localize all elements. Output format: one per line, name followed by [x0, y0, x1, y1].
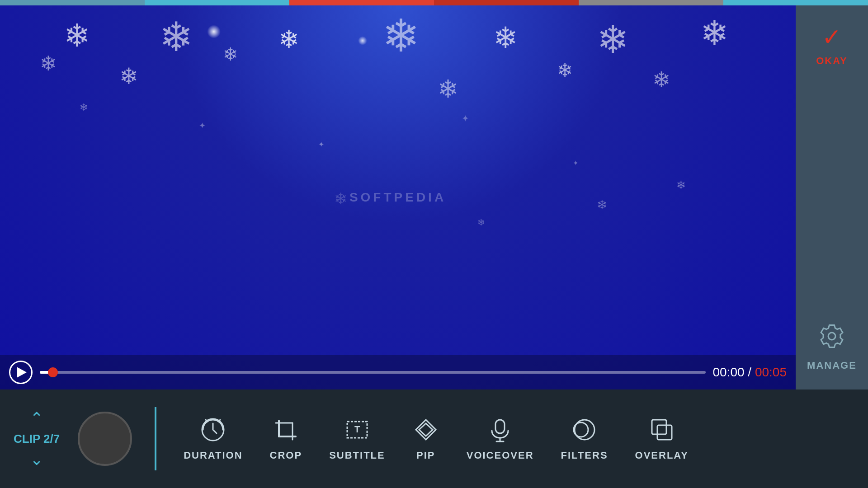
snowflake: ✦ — [318, 140, 324, 149]
snowflake: ❄ — [597, 17, 629, 62]
snowflake: ❄ — [159, 13, 193, 61]
snowflake: ✦ — [199, 121, 206, 131]
toolbar-divider — [155, 407, 156, 470]
tool-voiceover[interactable]: VOICEOVER — [453, 412, 547, 466]
snowflake: ❄ — [477, 217, 485, 228]
filters-icon — [571, 416, 598, 443]
snowflake: ❄ — [64, 17, 90, 54]
snowflake: ❄ — [676, 178, 686, 192]
top-bar-seg-2 — [145, 0, 289, 5]
overlay-icon — [648, 416, 675, 443]
manage-label: MANAGE — [807, 360, 857, 371]
video-player: ❄ ❄ ❄ ❄ ❄ ❄ ❄ ❄ ❄ ❄ ❄ ❄ ❄ ❄ ✦ — [0, 5, 796, 389]
snowflake: ❄ — [652, 67, 670, 92]
clip-nav-up[interactable]: ⌃ — [30, 410, 43, 427]
pip-label: PIP — [416, 450, 435, 461]
duration-label: DURATION — [184, 450, 242, 461]
manage-button[interactable]: MANAGE — [796, 314, 868, 380]
play-icon — [17, 367, 27, 378]
snowflake: ❄ — [597, 197, 607, 212]
progress-bar[interactable] — [40, 371, 706, 374]
main-content: ❄ ❄ ❄ ❄ ❄ ❄ ❄ ❄ ❄ ❄ ❄ ❄ ❄ ❄ ✦ — [0, 5, 868, 389]
tool-overlay[interactable]: OVERLAY — [622, 412, 702, 466]
voiceover-icon — [486, 416, 514, 443]
snowflake: ❄ — [223, 44, 238, 65]
checkmark-icon: ✓ — [822, 23, 842, 51]
svg-rect-9 — [495, 420, 505, 433]
tool-pip[interactable]: PIP — [399, 412, 453, 466]
snowflake: ❄ — [334, 190, 347, 208]
top-bar-seg-1 — [0, 0, 145, 5]
top-bar-seg-3 — [289, 0, 434, 5]
time-display: 00:00 / 00:05 — [713, 365, 787, 380]
snowflake: ✦ — [462, 113, 469, 124]
play-button[interactable] — [9, 361, 33, 384]
tool-crop[interactable]: CROP — [256, 412, 316, 466]
tool-subtitle[interactable]: T SUBTITLE — [316, 412, 399, 466]
glow-spot — [358, 36, 367, 45]
snowflake: ❄ — [557, 59, 573, 81]
svg-rect-14 — [652, 420, 666, 434]
subtitle-icon: T — [344, 416, 371, 443]
clip-nav-down[interactable]: ⌄ — [30, 451, 43, 468]
voiceover-label: VOICEOVER — [467, 450, 534, 461]
snowflake: ❄ — [438, 75, 458, 103]
snowflake: ❄ — [493, 21, 518, 55]
video-area: ❄ ❄ ❄ ❄ ❄ ❄ ❄ ❄ ❄ ❄ ❄ ❄ ❄ ❄ ✦ — [0, 5, 796, 389]
pip-icon — [412, 416, 439, 443]
clip-navigation: ⌃ CLIP 2/7 ⌄ — [14, 410, 60, 468]
svg-text:T: T — [354, 424, 360, 434]
right-sidebar: ✓ OKAY MANAGE — [796, 5, 868, 389]
watermark: SOFTPEDIA — [349, 190, 446, 205]
clip-label: CLIP 2/7 — [14, 432, 60, 446]
subtitle-label: SUBTITLE — [329, 450, 385, 461]
top-bar-seg-6 — [723, 0, 868, 5]
okay-label: OKAY — [816, 55, 848, 67]
svg-rect-15 — [657, 425, 672, 440]
time-separator: / — [745, 365, 755, 379]
tool-filters[interactable]: FILTERS — [547, 412, 622, 466]
snowflake: ❄ — [700, 13, 729, 53]
crop-icon — [272, 416, 299, 443]
top-color-bar — [0, 0, 868, 5]
snowflake: ❄ — [40, 52, 57, 75]
snowflake: ❄ — [382, 9, 420, 62]
svg-point-13 — [574, 422, 588, 437]
progress-thumb[interactable] — [48, 367, 58, 377]
snowflake: ❄ — [278, 25, 299, 54]
gear-icon — [818, 323, 845, 355]
snowflake: ✦ — [573, 159, 579, 167]
crop-label: CROP — [270, 450, 302, 461]
okay-button[interactable]: ✓ OKAY — [796, 14, 868, 76]
snowflake: ❄ — [80, 102, 88, 113]
top-bar-seg-4 — [434, 0, 579, 5]
bottom-toolbar: ⌃ CLIP 2/7 ⌄ DURATION CROP T S — [0, 389, 868, 488]
filters-label: FILTERS — [561, 450, 608, 461]
tool-duration[interactable]: DURATION — [170, 412, 256, 466]
overlay-label: OVERLAY — [635, 450, 689, 461]
video-background: ❄ ❄ ❄ ❄ ❄ ❄ ❄ ❄ ❄ ❄ ❄ ❄ ❄ ❄ ✦ — [0, 5, 796, 389]
snowflake: ❄ — [119, 63, 138, 89]
clip-thumbnail[interactable] — [78, 412, 132, 466]
glow-spot — [207, 25, 221, 38]
time-total: 00:05 — [755, 365, 787, 379]
top-bar-seg-5 — [579, 0, 723, 5]
video-controls: 00:00 / 00:05 — [0, 355, 796, 389]
duration-icon — [199, 416, 226, 443]
time-current: 00:00 — [713, 365, 745, 379]
